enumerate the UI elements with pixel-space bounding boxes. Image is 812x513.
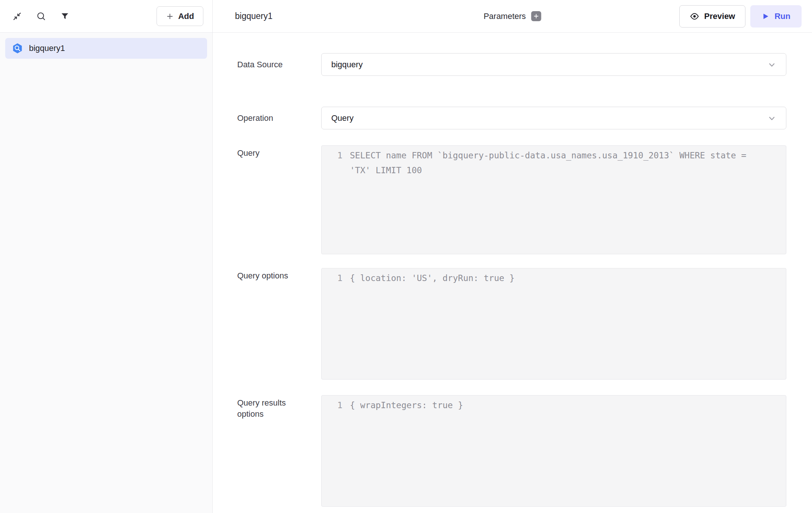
panel-toggle-button[interactable] <box>10 9 25 24</box>
query-sidebar: Add bigquery1 <box>0 0 213 513</box>
parameters-label: Parameters <box>484 12 526 21</box>
bigquery-icon <box>12 43 23 54</box>
line-number: 1 <box>322 148 342 163</box>
editor-form: Data Source bigquery Operation <box>213 33 812 513</box>
plus-icon <box>166 12 174 20</box>
query-editor-panel: bigquery1 Parameters <box>213 0 812 513</box>
app-container: Add bigquery1 bigquery1 Parameters <box>0 0 812 513</box>
data-source-row: Data Source bigquery <box>237 53 786 76</box>
add-query-label: Add <box>178 12 194 21</box>
query-code-text: SELECT name FROM `bigquery-public-data.u… <box>350 148 786 178</box>
query-code-editor[interactable]: 1 SELECT name FROM `bigquery-public-data… <box>321 145 786 254</box>
preview-button-label: Preview <box>704 12 735 21</box>
operation-select[interactable]: Query <box>321 107 786 129</box>
data-source-value: bigquery <box>331 60 362 70</box>
chevron-down-icon <box>767 59 777 70</box>
eye-icon <box>690 12 699 21</box>
add-query-button[interactable]: Add <box>157 6 203 26</box>
data-source-select[interactable]: bigquery <box>321 53 786 76</box>
query-results-options-editor[interactable]: 1 { wrapIntegers: true } <box>321 395 786 507</box>
query-options-label: Query options <box>237 268 321 380</box>
run-button[interactable]: Run <box>750 5 802 28</box>
search-icon <box>36 11 46 21</box>
add-parameter-plus-icon <box>533 13 539 19</box>
panel-toggle-icon <box>12 11 22 22</box>
operation-row: Operation Query <box>237 107 786 129</box>
filter-icon <box>60 12 70 21</box>
parameters-group: Parameters <box>484 11 541 21</box>
query-results-options-code-text: { wrapIntegers: true } <box>350 398 786 413</box>
query-item-label: bigquery1 <box>29 43 65 53</box>
sidebar-toolbar: Add <box>0 0 212 33</box>
query-options-row: Query options 1 { location: 'US', dryRun… <box>237 268 786 380</box>
page-title: bigquery1 <box>235 11 273 21</box>
header-actions: Preview Run <box>679 5 802 28</box>
operation-value: Query <box>331 113 354 123</box>
query-row: Query 1 SELECT name FROM `bigquery-publi… <box>237 145 786 254</box>
data-source-label: Data Source <box>237 59 321 70</box>
query-list: bigquery1 <box>0 33 212 64</box>
operation-label: Operation <box>237 113 321 124</box>
query-options-code-text: { location: 'US', dryRun: true } <box>350 271 786 285</box>
add-parameter-button[interactable] <box>531 11 541 21</box>
query-list-item-bigquery1[interactable]: bigquery1 <box>5 38 207 59</box>
run-button-label: Run <box>774 12 790 21</box>
chevron-down-icon <box>767 113 777 123</box>
preview-button[interactable]: Preview <box>679 5 745 28</box>
query-results-options-label: Query results options <box>237 395 321 507</box>
query-options-editor[interactable]: 1 { location: 'US', dryRun: true } <box>321 268 786 380</box>
query-label: Query <box>237 145 321 254</box>
line-number: 1 <box>322 271 342 285</box>
editor-header: bigquery1 Parameters <box>213 0 812 33</box>
play-icon <box>761 12 770 20</box>
filter-button[interactable] <box>57 9 72 24</box>
search-button[interactable] <box>33 9 48 24</box>
query-results-options-row: Query results options 1 { wrapIntegers: … <box>237 395 786 507</box>
line-number: 1 <box>322 398 342 413</box>
